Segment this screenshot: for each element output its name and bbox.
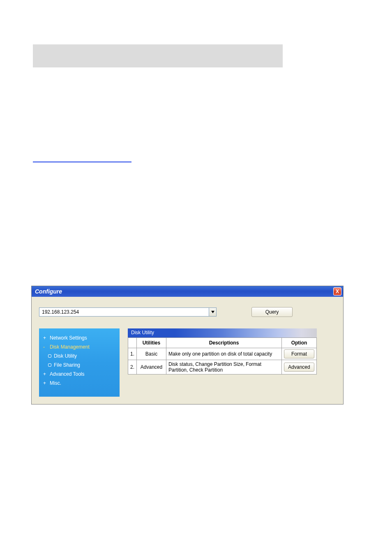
advanced-button[interactable]: Advanced bbox=[284, 363, 314, 372]
query-button[interactable]: Query bbox=[251, 307, 293, 317]
table-header-row: Utilities Descriptions Option bbox=[128, 338, 317, 348]
format-button[interactable]: Format bbox=[284, 349, 314, 358]
row-utility: Basic bbox=[137, 348, 166, 360]
expand-icon: + bbox=[43, 380, 47, 386]
bullet-icon bbox=[48, 354, 51, 358]
row-utility: Advanced bbox=[137, 360, 166, 374]
row-number: 1. bbox=[128, 348, 137, 360]
close-button[interactable]: X bbox=[333, 287, 341, 296]
window-body: Query + Network Settings - Disk Manageme… bbox=[32, 297, 343, 404]
sidebar-item-label: Misc. bbox=[50, 380, 61, 386]
content-row: + Network Settings - Disk Management Dis… bbox=[39, 328, 336, 397]
sidebar-item-label: Disk Management bbox=[50, 344, 90, 350]
panel-header: Disk Utility bbox=[128, 328, 317, 337]
table-row: 2. Advanced Disk status, Change Partitio… bbox=[128, 360, 317, 374]
sidebar: + Network Settings - Disk Management Dis… bbox=[39, 328, 120, 397]
chevron-down-icon bbox=[211, 311, 214, 313]
dropdown-arrow-button[interactable] bbox=[209, 307, 217, 317]
sidebar-item-label: Disk Utility bbox=[54, 353, 77, 359]
ip-combobox[interactable] bbox=[39, 307, 217, 317]
expand-icon: + bbox=[43, 335, 47, 341]
panel-title: Disk Utility bbox=[131, 330, 154, 335]
sidebar-item-label: File Sharing bbox=[54, 362, 80, 368]
ip-input[interactable] bbox=[39, 307, 209, 317]
row-option-cell: Format bbox=[282, 348, 317, 360]
table-row: 1. Basic Make only one partition on disk… bbox=[128, 348, 317, 360]
table-header-blank bbox=[128, 338, 137, 348]
table-header-descriptions: Descriptions bbox=[166, 338, 282, 348]
row-description: Disk status, Change Partition Size, Form… bbox=[166, 360, 282, 374]
close-icon: X bbox=[336, 289, 339, 294]
sidebar-item-network-settings[interactable]: + Network Settings bbox=[43, 333, 116, 342]
row-option-cell: Advanced bbox=[282, 360, 317, 374]
sidebar-item-disk-management[interactable]: - Disk Management bbox=[43, 342, 116, 351]
row-number: 2. bbox=[128, 360, 137, 374]
sidebar-item-label: Advanced Tools bbox=[50, 371, 85, 377]
top-gray-band bbox=[33, 44, 283, 67]
bullet-icon bbox=[48, 363, 51, 367]
sidebar-item-file-sharing[interactable]: File Sharing bbox=[43, 361, 116, 370]
blue-underline bbox=[33, 162, 131, 162]
table-header-option: Option bbox=[282, 338, 317, 348]
sidebar-item-label: Network Settings bbox=[50, 335, 87, 341]
main-panel: Disk Utility Utilities Descriptions Opti… bbox=[128, 328, 336, 374]
sidebar-item-advanced-tools[interactable]: + Advanced Tools bbox=[43, 370, 116, 379]
table-header-utilities: Utilities bbox=[137, 338, 166, 348]
row-description: Make only one partition on disk of total… bbox=[166, 348, 282, 360]
window-title: Configure bbox=[35, 288, 62, 295]
ip-row: Query bbox=[39, 307, 336, 317]
sidebar-item-disk-utility[interactable]: Disk Utility bbox=[43, 351, 116, 361]
titlebar: Configure X bbox=[32, 286, 343, 297]
collapse-icon: - bbox=[43, 344, 47, 350]
expand-icon: + bbox=[43, 371, 47, 377]
configure-window: Configure X Query + Network Settings - bbox=[31, 286, 344, 404]
disk-utility-table: Utilities Descriptions Option 1. Basic M… bbox=[128, 337, 317, 374]
sidebar-item-misc[interactable]: + Misc. bbox=[43, 379, 116, 388]
